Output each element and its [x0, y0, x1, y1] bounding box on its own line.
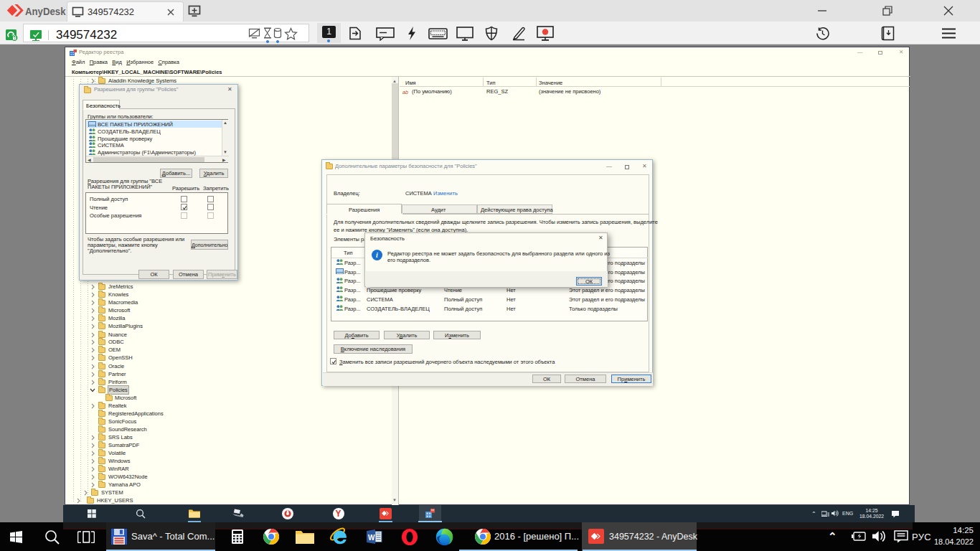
svg-text:W: W	[368, 534, 375, 542]
svg-text:ab: ab	[402, 90, 408, 95]
